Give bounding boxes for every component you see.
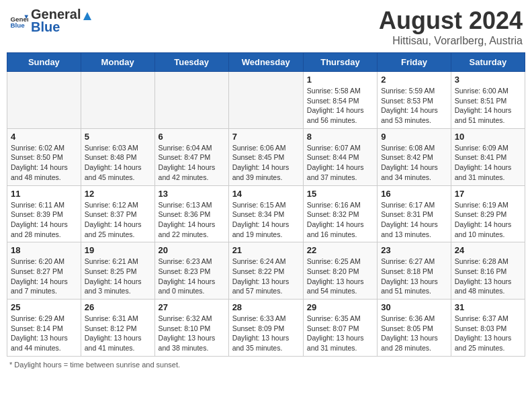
day-info: Sunrise: 6:33 AM Sunset: 8:09 PM Dayligh… [232, 314, 300, 353]
header: General Blue General Blue August 2024 Hi… [7, 7, 525, 47]
calendar-cell: 13Sunrise: 6:13 AM Sunset: 8:36 PM Dayli… [154, 185, 228, 242]
day-number: 6 [159, 132, 225, 142]
day-info: Sunrise: 6:25 AM Sunset: 8:20 PM Dayligh… [307, 257, 373, 296]
day-info: Sunrise: 6:16 AM Sunset: 8:32 PM Dayligh… [307, 200, 373, 240]
calendar-cell: 1Sunrise: 5:58 AM Sunset: 8:54 PM Daylig… [303, 72, 377, 129]
calendar-cell: 4Sunrise: 6:02 AM Sunset: 8:50 PM Daylig… [7, 128, 81, 185]
day-number: 20 [159, 245, 225, 255]
calendar-week-row: 11Sunrise: 6:11 AM Sunset: 8:39 PM Dayli… [7, 185, 525, 242]
logo-triangle-icon [81, 8, 94, 21]
day-info: Sunrise: 6:03 AM Sunset: 8:48 PM Dayligh… [85, 143, 151, 183]
calendar-cell: 8Sunrise: 6:07 AM Sunset: 8:44 PM Daylig… [303, 128, 377, 185]
day-number: 15 [307, 189, 373, 199]
day-info: Sunrise: 6:29 AM Sunset: 8:14 PM Dayligh… [11, 314, 77, 353]
day-info: Sunrise: 6:28 AM Sunset: 8:16 PM Dayligh… [455, 257, 521, 296]
day-info: Sunrise: 6:20 AM Sunset: 8:27 PM Dayligh… [11, 257, 77, 296]
day-number: 18 [11, 245, 77, 255]
calendar-cell: 16Sunrise: 6:17 AM Sunset: 8:31 PM Dayli… [378, 185, 451, 242]
day-number: 16 [381, 189, 447, 199]
day-info: Sunrise: 5:58 AM Sunset: 8:54 PM Dayligh… [307, 86, 373, 126]
day-number: 19 [85, 245, 151, 255]
calendar-cell: 18Sunrise: 6:20 AM Sunset: 8:27 PM Dayli… [7, 242, 81, 300]
day-number: 11 [11, 189, 77, 199]
calendar-cell: 20Sunrise: 6:23 AM Sunset: 8:23 PM Dayli… [154, 242, 228, 300]
day-info: Sunrise: 6:15 AM Sunset: 8:34 PM Dayligh… [232, 200, 300, 240]
logo: General Blue General Blue [9, 7, 94, 35]
calendar-table: SundayMondayTuesdayWednesdayThursdayFrid… [7, 52, 525, 357]
day-number: 14 [232, 189, 300, 199]
day-number: 27 [159, 302, 225, 312]
weekday-header-friday: Friday [378, 53, 451, 72]
calendar-cell: 5Sunrise: 6:03 AM Sunset: 8:48 PM Daylig… [81, 128, 154, 185]
calendar-title: August 2024 [379, 7, 523, 35]
day-info: Sunrise: 6:08 AM Sunset: 8:42 PM Dayligh… [381, 143, 447, 183]
day-number: 1 [307, 75, 373, 85]
logo-icon: General Blue [9, 11, 28, 30]
day-info: Sunrise: 6:37 AM Sunset: 8:03 PM Dayligh… [455, 314, 521, 353]
calendar-cell: 31Sunrise: 6:37 AM Sunset: 8:03 PM Dayli… [451, 300, 525, 357]
calendar-cell: 26Sunrise: 6:31 AM Sunset: 8:12 PM Dayli… [81, 300, 154, 357]
day-info: Sunrise: 6:35 AM Sunset: 8:07 PM Dayligh… [307, 314, 373, 353]
day-number: 22 [307, 245, 373, 255]
calendar-location: Hittisau, Vorarlberg, Austria [379, 35, 523, 47]
calendar-cell: 17Sunrise: 6:19 AM Sunset: 8:29 PM Dayli… [451, 185, 525, 242]
calendar-cell [228, 72, 303, 129]
day-number: 25 [11, 302, 77, 312]
weekday-header-sunday: Sunday [7, 53, 81, 72]
day-number: 28 [232, 302, 300, 312]
weekday-header-row: SundayMondayTuesdayWednesdayThursdayFrid… [7, 53, 525, 72]
day-number: 4 [11, 132, 77, 142]
day-number: 13 [159, 189, 225, 199]
calendar-cell: 15Sunrise: 6:16 AM Sunset: 8:32 PM Dayli… [303, 185, 377, 242]
day-info: Sunrise: 6:24 AM Sunset: 8:22 PM Dayligh… [232, 257, 300, 296]
calendar-week-row: 1Sunrise: 5:58 AM Sunset: 8:54 PM Daylig… [7, 72, 525, 129]
calendar-cell [7, 72, 81, 129]
svg-text:Blue: Blue [10, 21, 25, 29]
calendar-cell: 21Sunrise: 6:24 AM Sunset: 8:22 PM Dayli… [228, 242, 303, 300]
calendar-cell: 22Sunrise: 6:25 AM Sunset: 8:20 PM Dayli… [303, 242, 377, 300]
day-info: Sunrise: 6:17 AM Sunset: 8:31 PM Dayligh… [381, 200, 447, 240]
day-info: Sunrise: 6:11 AM Sunset: 8:39 PM Dayligh… [11, 200, 77, 240]
calendar-cell [154, 72, 228, 129]
day-info: Sunrise: 6:06 AM Sunset: 8:45 PM Dayligh… [232, 143, 300, 183]
day-info: Sunrise: 6:09 AM Sunset: 8:41 PM Dayligh… [455, 143, 521, 183]
weekday-header-tuesday: Tuesday [154, 53, 228, 72]
calendar-cell [81, 72, 154, 129]
calendar-cell: 30Sunrise: 6:36 AM Sunset: 8:05 PM Dayli… [378, 300, 451, 357]
day-number: 17 [455, 189, 521, 199]
day-info: Sunrise: 6:32 AM Sunset: 8:10 PM Dayligh… [159, 314, 225, 353]
calendar-cell: 23Sunrise: 6:27 AM Sunset: 8:18 PM Dayli… [378, 242, 451, 300]
day-info: Sunrise: 6:13 AM Sunset: 8:36 PM Dayligh… [159, 200, 225, 240]
day-info: Sunrise: 6:21 AM Sunset: 8:25 PM Dayligh… [85, 257, 151, 296]
day-number: 10 [455, 132, 521, 142]
calendar-cell: 6Sunrise: 6:04 AM Sunset: 8:47 PM Daylig… [154, 128, 228, 185]
day-info: Sunrise: 6:19 AM Sunset: 8:29 PM Dayligh… [455, 200, 521, 240]
calendar-cell: 28Sunrise: 6:33 AM Sunset: 8:09 PM Dayli… [228, 300, 303, 357]
calendar-cell: 14Sunrise: 6:15 AM Sunset: 8:34 PM Dayli… [228, 185, 303, 242]
calendar-cell: 3Sunrise: 6:00 AM Sunset: 8:51 PM Daylig… [451, 72, 525, 129]
calendar-cell: 19Sunrise: 6:21 AM Sunset: 8:25 PM Dayli… [81, 242, 154, 300]
day-info: Sunrise: 6:07 AM Sunset: 8:44 PM Dayligh… [307, 143, 373, 183]
calendar-cell: 12Sunrise: 6:12 AM Sunset: 8:37 PM Dayli… [81, 185, 154, 242]
calendar-cell: 7Sunrise: 6:06 AM Sunset: 8:45 PM Daylig… [228, 128, 303, 185]
day-info: Sunrise: 6:27 AM Sunset: 8:18 PM Dayligh… [381, 257, 447, 296]
weekday-header-wednesday: Wednesday [228, 53, 303, 72]
day-info: Sunrise: 5:59 AM Sunset: 8:53 PM Dayligh… [381, 86, 447, 126]
day-number: 5 [85, 132, 151, 142]
day-info: Sunrise: 6:12 AM Sunset: 8:37 PM Dayligh… [85, 200, 151, 240]
title-area: August 2024 Hittisau, Vorarlberg, Austri… [379, 7, 523, 47]
day-number: 3 [455, 75, 521, 85]
day-info: Sunrise: 6:31 AM Sunset: 8:12 PM Dayligh… [85, 314, 151, 353]
calendar-week-row: 4Sunrise: 6:02 AM Sunset: 8:50 PM Daylig… [7, 128, 525, 185]
calendar-cell: 9Sunrise: 6:08 AM Sunset: 8:42 PM Daylig… [378, 128, 451, 185]
svg-marker-3 [83, 12, 91, 20]
day-info: Sunrise: 6:02 AM Sunset: 8:50 PM Dayligh… [11, 143, 77, 183]
day-number: 7 [232, 132, 300, 142]
calendar-cell: 11Sunrise: 6:11 AM Sunset: 8:39 PM Dayli… [7, 185, 81, 242]
day-number: 8 [307, 132, 373, 142]
day-info: Sunrise: 6:04 AM Sunset: 8:47 PM Dayligh… [159, 143, 225, 183]
day-info: Sunrise: 6:36 AM Sunset: 8:05 PM Dayligh… [381, 314, 447, 353]
footer-note: * Daylight hours = time between sunrise … [7, 361, 525, 369]
calendar-cell: 10Sunrise: 6:09 AM Sunset: 8:41 PM Dayli… [451, 128, 525, 185]
weekday-header-saturday: Saturday [451, 53, 525, 72]
